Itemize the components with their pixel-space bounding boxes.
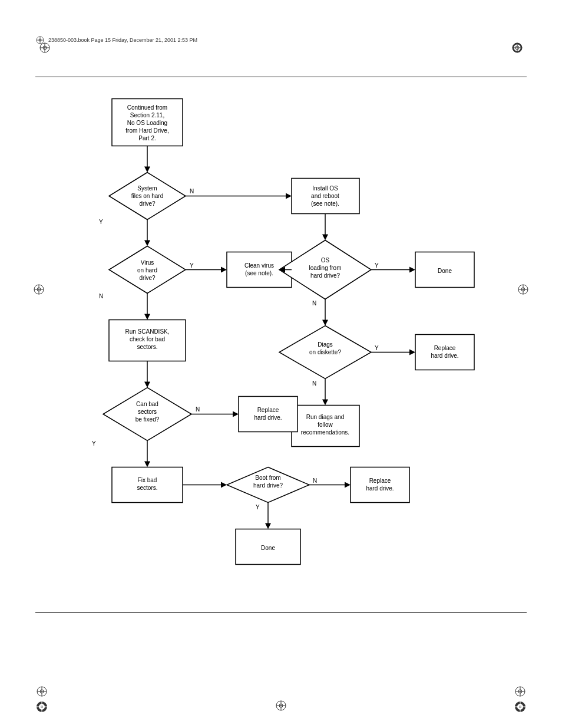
corner-marker-br	[514, 685, 527, 713]
svg-text:hard drive?: hard drive?	[310, 272, 340, 279]
svg-text:N: N	[312, 300, 316, 307]
svg-marker-121	[265, 523, 271, 529]
svg-text:Y: Y	[375, 262, 379, 269]
svg-text:drive?: drive?	[139, 200, 156, 207]
svg-text:sectors.: sectors.	[137, 485, 157, 491]
top-rule	[35, 77, 527, 77]
svg-text:Section 2.11,: Section 2.11,	[130, 112, 164, 118]
svg-text:check for bad: check for bad	[130, 336, 165, 342]
svg-marker-35	[286, 193, 292, 199]
svg-text:Run diags and: Run diags and	[306, 414, 345, 420]
svg-text:be fixed?: be fixed?	[135, 416, 160, 423]
svg-text:(see note).: (see note).	[245, 270, 273, 276]
svg-text:Continued from: Continued from	[127, 104, 167, 111]
svg-marker-61	[409, 267, 415, 273]
svg-text:Replace: Replace	[257, 407, 279, 413]
svg-marker-81	[409, 350, 415, 355]
corner-marker-tr	[511, 41, 524, 54]
svg-text:Can bad: Can bad	[136, 401, 158, 407]
svg-text:Done: Done	[261, 545, 275, 551]
svg-marker-98	[233, 411, 239, 417]
svg-marker-44	[144, 241, 150, 246]
svg-text:sectors.: sectors.	[137, 344, 157, 350]
svg-text:Fix bad: Fix bad	[138, 477, 157, 483]
svg-marker-87	[322, 400, 328, 406]
svg-marker-69	[144, 314, 150, 320]
svg-text:(see note).: (see note).	[311, 200, 339, 207]
svg-text:Y: Y	[256, 504, 260, 510]
svg-text:hard drive.: hard drive.	[366, 485, 394, 492]
svg-text:Replace: Replace	[369, 477, 391, 484]
svg-text:loading from: loading from	[309, 265, 341, 271]
corner-marker-bl	[35, 685, 48, 713]
svg-text:Replace: Replace	[434, 345, 456, 351]
svg-marker-41	[322, 235, 328, 241]
svg-text:N: N	[190, 188, 194, 195]
svg-text:Part 2.: Part 2.	[138, 135, 156, 141]
svg-text:Install OS: Install OS	[312, 185, 338, 192]
svg-text:and reboot: and reboot	[311, 193, 339, 199]
svg-text:on hard: on hard	[137, 267, 157, 274]
svg-text:N: N	[196, 406, 200, 413]
svg-text:N: N	[313, 477, 317, 484]
svg-marker-66	[322, 320, 328, 326]
svg-marker-115	[345, 482, 351, 488]
flowchart: Continued from Section 2.11, No OS Loadi…	[35, 83, 527, 610]
svg-marker-104	[144, 462, 150, 467]
svg-text:follow: follow	[318, 421, 333, 428]
svg-text:No OS Loading: No OS Loading	[127, 120, 167, 126]
svg-marker-28	[144, 167, 150, 173]
svg-text:System: System	[137, 185, 157, 192]
svg-text:Run SCANDISK,: Run SCANDISK,	[125, 328, 169, 335]
svg-text:hard drive.: hard drive.	[254, 414, 282, 421]
page-header: 238850-003.book Page 15 Friday, December…	[35, 35, 527, 45]
svg-text:files on hard: files on hard	[131, 193, 163, 199]
svg-text:hard drive?: hard drive?	[253, 482, 283, 489]
svg-text:N: N	[99, 293, 103, 299]
svg-text:drive?: drive?	[139, 275, 156, 281]
svg-marker-75	[144, 382, 150, 388]
svg-text:hard drive.: hard drive.	[431, 353, 458, 359]
svg-text:Diags: Diags	[318, 341, 333, 348]
svg-text:N: N	[312, 380, 316, 387]
svg-text:sectors: sectors	[138, 409, 157, 415]
svg-text:on diskette?: on diskette?	[309, 349, 341, 355]
header-text: 238850-003.book Page 15 Friday, December…	[48, 37, 197, 43]
svg-text:Virus: Virus	[141, 259, 154, 266]
svg-marker-51	[221, 267, 227, 273]
svg-text:OS: OS	[321, 257, 330, 263]
svg-text:from Hard Drive,: from Hard Drive,	[125, 127, 168, 134]
svg-text:recommendations.: recommendations.	[301, 429, 349, 436]
svg-text:Y: Y	[92, 440, 96, 447]
svg-text:Y: Y	[190, 262, 194, 269]
svg-text:Y: Y	[99, 219, 103, 225]
corner-marker-tl	[38, 41, 51, 54]
corner-marker-bc	[275, 699, 287, 713]
svg-text:Clean virus: Clean virus	[244, 262, 274, 269]
svg-text:Y: Y	[375, 345, 379, 351]
svg-text:Done: Done	[438, 268, 452, 274]
svg-text:Boot from: Boot from	[255, 475, 280, 481]
